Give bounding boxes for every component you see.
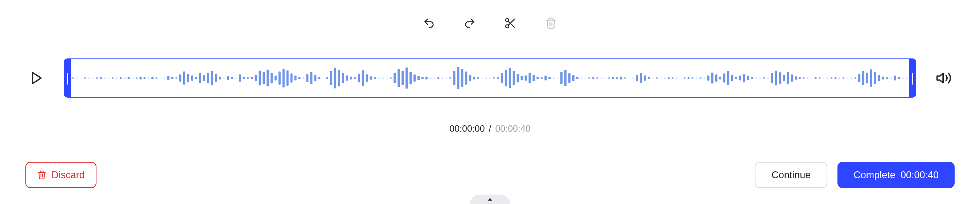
svg-rect-81 [370, 76, 372, 80]
volume-icon [936, 70, 952, 86]
svg-rect-177 [751, 77, 753, 79]
svg-rect-116 [509, 68, 511, 88]
svg-rect-209 [878, 75, 880, 81]
svg-rect-73 [338, 70, 340, 87]
svg-marker-218 [488, 198, 492, 201]
waveform-track[interactable] [64, 59, 916, 98]
svg-rect-206 [866, 73, 868, 83]
svg-rect-114 [501, 73, 503, 83]
svg-rect-74 [342, 73, 344, 83]
svg-rect-201 [846, 78, 848, 78]
svg-rect-34 [183, 72, 185, 85]
svg-rect-115 [505, 70, 507, 87]
svg-rect-184 [779, 72, 781, 84]
svg-rect-58 [278, 72, 281, 85]
svg-rect-92 [414, 75, 416, 82]
continue-button[interactable]: Continue [755, 162, 827, 188]
complete-time: 00:00:40 [900, 169, 939, 181]
svg-rect-27 [155, 77, 158, 78]
svg-rect-146 [628, 78, 630, 78]
volume-button[interactable] [933, 67, 955, 89]
svg-rect-151 [648, 77, 650, 79]
svg-rect-156 [668, 77, 670, 79]
playhead[interactable] [70, 54, 70, 102]
undo-button[interactable] [423, 17, 436, 30]
svg-rect-193 [815, 77, 817, 79]
svg-rect-45 [227, 76, 229, 80]
svg-rect-63 [298, 77, 300, 79]
svg-rect-71 [330, 71, 332, 85]
redo-icon [463, 17, 476, 29]
svg-rect-62 [294, 75, 297, 80]
svg-rect-111 [489, 78, 491, 78]
svg-rect-200 [842, 77, 844, 78]
svg-rect-169 [719, 76, 721, 80]
svg-rect-12 [96, 77, 98, 78]
svg-rect-6 [72, 77, 74, 78]
svg-rect-68 [318, 77, 320, 79]
svg-rect-57 [275, 75, 277, 80]
cut-button[interactable] [504, 17, 517, 30]
play-button[interactable] [25, 67, 47, 89]
svg-rect-80 [366, 75, 368, 82]
svg-rect-123 [536, 77, 539, 80]
time-separator: / [487, 123, 493, 134]
svg-rect-207 [870, 69, 872, 87]
svg-rect-172 [731, 75, 733, 82]
trash-icon [545, 17, 557, 29]
svg-rect-30 [167, 76, 169, 80]
complete-button[interactable]: Complete 00:00:40 [837, 162, 955, 188]
svg-rect-14 [104, 78, 106, 79]
svg-rect-211 [886, 77, 888, 79]
svg-rect-82 [374, 77, 376, 79]
svg-rect-190 [803, 77, 805, 78]
svg-rect-87 [393, 73, 396, 83]
svg-rect-128 [556, 78, 558, 78]
svg-rect-171 [727, 71, 729, 85]
svg-rect-70 [326, 77, 328, 79]
svg-rect-141 [608, 77, 610, 78]
svg-rect-188 [795, 76, 797, 80]
editor-row [0, 54, 980, 102]
svg-rect-42 [215, 74, 217, 82]
discard-button[interactable]: Discard [25, 162, 97, 188]
svg-rect-118 [517, 74, 519, 82]
svg-rect-136 [588, 77, 590, 78]
svg-rect-25 [147, 78, 150, 79]
svg-rect-75 [346, 75, 348, 81]
svg-rect-122 [533, 75, 535, 82]
svg-rect-102 [453, 71, 455, 85]
svg-rect-179 [759, 78, 761, 78]
svg-rect-51 [251, 77, 253, 79]
svg-rect-181 [767, 78, 769, 79]
svg-rect-52 [255, 75, 257, 82]
svg-rect-182 [771, 73, 773, 83]
svg-rect-120 [525, 75, 527, 81]
svg-rect-112 [493, 77, 495, 78]
svg-rect-170 [723, 73, 725, 82]
svg-rect-99 [441, 78, 444, 79]
svg-rect-173 [735, 77, 737, 80]
svg-rect-166 [707, 75, 710, 81]
svg-rect-160 [683, 77, 686, 78]
svg-rect-55 [267, 70, 269, 87]
svg-rect-159 [679, 78, 681, 78]
svg-rect-98 [438, 77, 439, 79]
trim-handle-right[interactable] [909, 59, 916, 98]
svg-rect-110 [485, 78, 487, 79]
svg-rect-56 [270, 73, 273, 83]
svg-marker-217 [937, 73, 943, 83]
waveform [71, 65, 909, 91]
redo-button[interactable] [463, 17, 476, 30]
svg-rect-139 [600, 78, 603, 79]
svg-rect-216 [906, 78, 908, 79]
svg-rect-101 [449, 77, 452, 78]
total-time: 00:00:40 [495, 123, 530, 134]
svg-rect-15 [108, 78, 110, 78]
svg-rect-96 [430, 78, 432, 79]
delete-button[interactable] [544, 17, 557, 30]
svg-rect-48 [239, 75, 241, 82]
collapse-tab[interactable] [470, 194, 510, 204]
svg-rect-88 [398, 69, 400, 87]
svg-rect-186 [787, 72, 789, 84]
